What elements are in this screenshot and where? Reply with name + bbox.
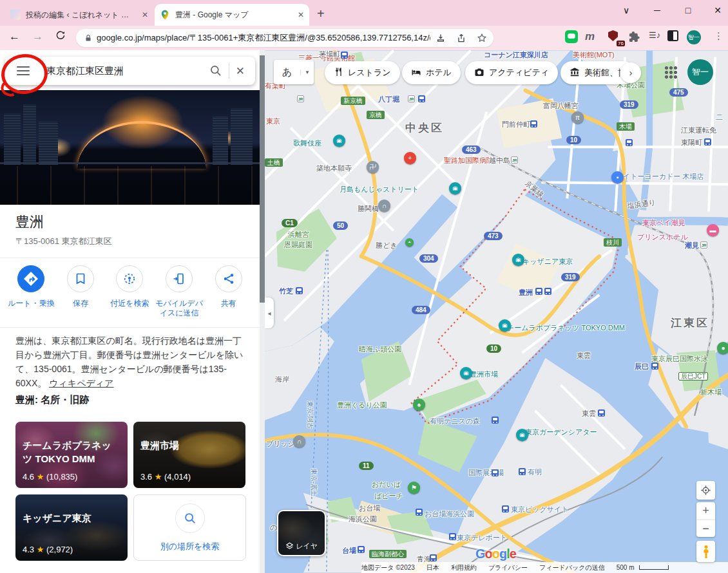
poi-pin[interactable]: ♠ <box>405 238 414 247</box>
share-icon <box>215 265 242 292</box>
search-icon[interactable] <box>209 64 222 77</box>
back-button[interactable]: ← <box>9 30 20 43</box>
menu-dots-icon[interactable]: ⋮ <box>714 30 728 44</box>
tab-close-icon[interactable]: ✕ <box>298 10 304 19</box>
metro-station-icon[interactable] <box>535 288 542 295</box>
metro-station-icon[interactable] <box>358 546 365 553</box>
zoom-out-button[interactable]: − <box>696 520 715 537</box>
metro-station-icon[interactable] <box>626 139 633 146</box>
metro-station-icon[interactable] <box>492 469 499 476</box>
share-icon[interactable] <box>456 33 466 43</box>
road-shield: C1 <box>282 219 298 227</box>
minimize-button[interactable]: ─ <box>648 5 666 15</box>
metro-station-icon[interactable] <box>341 52 348 59</box>
chip-restaurant[interactable]: レストラン <box>325 61 400 84</box>
poi-pin[interactable]: ◉ <box>516 429 528 441</box>
metro-station-icon[interactable] <box>449 533 456 540</box>
poi-pin[interactable]: ● <box>717 342 728 354</box>
metro-station-icon[interactable] <box>544 288 551 295</box>
action-bookmark[interactable]: 保存 <box>56 265 105 323</box>
chip-activity[interactable]: アクティビティ <box>465 61 558 84</box>
zoom-in-button[interactable]: + <box>696 502 715 520</box>
my-location-button[interactable] <box>696 481 715 500</box>
account-avatar[interactable]: 智一 <box>687 59 713 85</box>
card-rating: 3.6 ★ (4,014) <box>140 472 191 482</box>
place-card-market[interactable]: 豊洲市場3.6 ★ (4,014) <box>133 422 245 488</box>
metro-station-icon[interactable] <box>296 287 303 294</box>
contrast-icon[interactable] <box>667 30 682 44</box>
pegman-icon[interactable] <box>696 541 715 562</box>
poi-pin[interactable]: + <box>404 152 416 164</box>
ime-button[interactable]: あ ▼ <box>274 60 314 84</box>
action-share[interactable]: 共有 <box>204 265 253 323</box>
tab-1[interactable]: 投稿の編集 ‹ こぼれネット — WordP✕ <box>5 4 153 26</box>
maximize-button[interactable]: □ <box>679 5 697 15</box>
scrollbar-thumb[interactable] <box>260 55 265 303</box>
profile-avatar[interactable]: 智一 <box>687 30 701 44</box>
puzzle-icon[interactable] <box>628 30 642 44</box>
metro-station-icon[interactable] <box>519 468 526 475</box>
metro-station-icon[interactable] <box>651 362 658 370</box>
reload-button[interactable] <box>55 30 66 44</box>
poi-pin[interactable]: ▪ <box>611 171 624 183</box>
metro-station-icon[interactable] <box>416 509 423 516</box>
bookmark-star-icon[interactable] <box>477 33 487 43</box>
poi-pin[interactable]: ◉ <box>512 254 524 266</box>
poi-pin[interactable]: ∩ <box>293 435 305 447</box>
search-input[interactable]: 東京都江東区豊洲 <box>46 65 209 77</box>
google-apps-icon[interactable] <box>664 66 677 79</box>
chips-scroll-button[interactable]: › <box>620 62 641 83</box>
panel-scrollbar[interactable] <box>260 50 265 573</box>
chevron-down-icon[interactable]: ∨ <box>617 5 635 15</box>
place-card-teamlab[interactable]: チームラボプラネッツ TOKYO DMM4.6 ★ (10,835) <box>15 422 128 488</box>
metro-station-icon[interactable] <box>704 138 711 146</box>
poi-pin[interactable]: ♠ <box>413 399 425 411</box>
metro-station-icon[interactable] <box>430 554 437 561</box>
wikipedia-link[interactable]: ウィキペディア <box>49 378 113 388</box>
poi-pin[interactable]: ⚑ <box>408 482 420 494</box>
poi-pin[interactable]: ◉ <box>333 135 345 147</box>
metro-station-icon[interactable] <box>418 95 425 102</box>
place-card-kidzania[interactable]: キッザニア東京4.3 ★ (2,972) <box>15 494 128 561</box>
forward-button[interactable]: → <box>32 30 43 43</box>
action-send-to-phone[interactable]: モバイルデバイスに送信 <box>155 265 204 323</box>
poi-pin[interactable]: π <box>571 111 584 124</box>
panel-collapse-button[interactable]: ◂ <box>265 297 274 328</box>
poi-pin[interactable]: ◉ <box>499 319 511 332</box>
search-other-place-card[interactable]: 別の場所を検索 <box>133 494 246 561</box>
line-icon[interactable] <box>565 30 579 44</box>
attribution-item[interactable]: プライバシー <box>488 563 528 572</box>
close-button[interactable]: ✕ <box>709 5 727 15</box>
address-bar[interactable]: google.co.jp/maps/place/〒135-0061+東京都江東区… <box>76 29 493 47</box>
jr-station-icon[interactable]: JR <box>511 156 518 164</box>
tab-close-icon[interactable]: ✕ <box>142 10 148 19</box>
tab-2[interactable]: 豊洲 - Google マップ✕ <box>155 4 309 26</box>
poi-pin[interactable]: ∩ <box>378 200 390 212</box>
jr-station-icon[interactable]: JR <box>408 95 415 102</box>
new-tab-button[interactable]: + <box>317 6 325 21</box>
media-list-icon[interactable]: ☰♪ <box>649 30 663 44</box>
metro-station-icon[interactable] <box>502 505 509 512</box>
install-icon[interactable] <box>436 33 446 43</box>
poi-pin[interactable]: 卍 <box>367 161 379 173</box>
close-icon[interactable]: ✕ <box>236 64 245 78</box>
m-icon[interactable]: m <box>585 30 599 44</box>
jr-station-icon[interactable]: JR <box>297 95 304 102</box>
action-nearby[interactable]: 付近を検索 <box>105 265 154 323</box>
metro-station-icon[interactable] <box>492 417 499 424</box>
poi-pin[interactable]: ◉ <box>449 182 461 194</box>
layers-button[interactable]: レイヤ <box>277 510 326 556</box>
attribution-item[interactable]: フィードバックの送信 <box>539 563 605 572</box>
map-canvas[interactable]: あ ▼ レストランホテルアクティビティ美術館、博 › 智一 ◂ 三菱一号館美術館… <box>265 50 728 573</box>
place-photo[interactable] <box>0 90 260 205</box>
chip-hotel[interactable]: ホテル <box>402 61 461 84</box>
poi-pin[interactable]: ▬ <box>707 224 719 236</box>
chevron-down-icon[interactable]: ▼ <box>300 70 314 75</box>
adblock-icon[interactable]: 76 <box>608 30 622 44</box>
metro-station-icon[interactable] <box>598 409 605 417</box>
action-directions[interactable]: ルート・乗換 <box>6 265 55 323</box>
attribution-item[interactable]: 利用規約 <box>451 563 477 572</box>
metro-station-icon[interactable] <box>530 120 537 127</box>
poi-pin[interactable]: ◉ <box>460 367 472 379</box>
jr-station-icon[interactable]: JR <box>700 241 707 249</box>
